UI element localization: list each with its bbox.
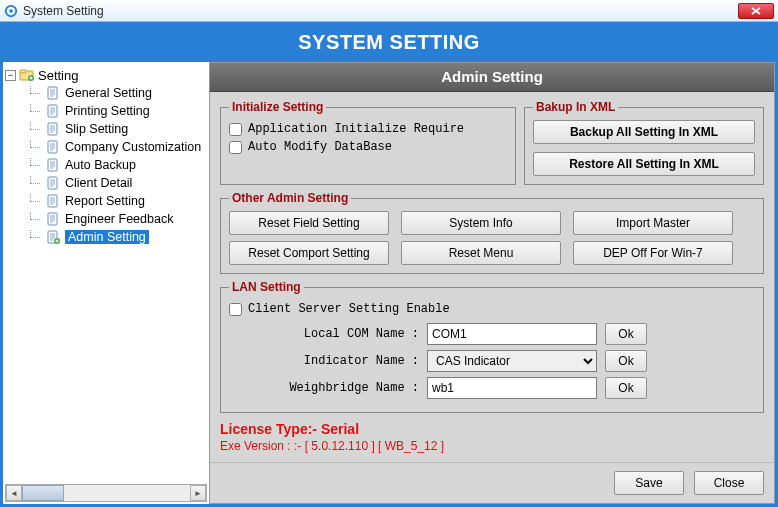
document-icon — [45, 157, 61, 173]
document-icon — [45, 229, 61, 245]
weighbridge-ok-button[interactable]: Ok — [605, 377, 647, 399]
svg-rect-5 — [48, 87, 57, 99]
tree-item-engineer-feedback[interactable]: Engineer Feedback — [23, 210, 207, 228]
svg-point-1 — [9, 9, 13, 13]
initialize-setting-fieldset: Initialize Setting Application Initializ… — [220, 100, 516, 185]
app-init-require-label: Application Initialize Require — [248, 122, 464, 136]
tree-connector-icon — [25, 140, 41, 154]
tree-connector-icon — [25, 212, 41, 226]
restore-all-xml-button[interactable]: Restore All Setting In XML — [533, 152, 755, 176]
tree-item-general-setting[interactable]: General Setting — [23, 84, 207, 102]
svg-rect-12 — [48, 213, 57, 225]
tree-item-label: Auto Backup — [65, 158, 136, 172]
document-icon — [45, 175, 61, 191]
tree-connector-icon — [25, 122, 41, 136]
sidebar-h-scrollbar[interactable]: ◄ ► — [5, 484, 207, 502]
tree-root-setting[interactable]: − Setting — [5, 66, 207, 84]
tree-item-label: Printing Setting — [65, 104, 150, 118]
tree-item-company-customization[interactable]: Company Customization — [23, 138, 207, 156]
local-com-input[interactable] — [427, 323, 597, 345]
tree-item-report-setting[interactable]: Report Setting — [23, 192, 207, 210]
lan-legend: LAN Setting — [229, 280, 304, 294]
lan-setting-fieldset: LAN Setting Client Server Setting Enable… — [220, 280, 764, 413]
reset-field-setting-button[interactable]: Reset Field Setting — [229, 211, 389, 235]
window-title: System Setting — [23, 4, 738, 18]
tree-root-label: Setting — [38, 68, 78, 83]
scroll-right-arrow[interactable]: ► — [190, 485, 206, 501]
sidebar: − Setting General SettingPrinting Settin… — [3, 62, 209, 504]
backup-legend: Bakup In XML — [533, 100, 618, 114]
collapse-icon[interactable]: − — [5, 70, 16, 81]
svg-rect-6 — [48, 105, 57, 117]
exe-version-text: Exe Version : :- [ 5.0.12.110 ] [ WB_5_1… — [220, 439, 764, 453]
scroll-track[interactable] — [22, 485, 190, 501]
svg-rect-11 — [48, 195, 57, 207]
scroll-thumb[interactable] — [22, 485, 64, 501]
weighbridge-label: Weighbridge Name : — [229, 381, 419, 395]
scroll-left-arrow[interactable]: ◄ — [6, 485, 22, 501]
dep-off-win7-button[interactable]: DEP Off For Win-7 — [573, 241, 733, 265]
auto-modify-db-checkbox[interactable] — [229, 141, 242, 154]
reset-comport-setting-button[interactable]: Reset Comport Setting — [229, 241, 389, 265]
save-button[interactable]: Save — [614, 471, 684, 495]
svg-rect-8 — [48, 141, 57, 153]
tree-connector-icon — [25, 230, 41, 244]
document-icon — [45, 85, 61, 101]
tree-connector-icon — [25, 176, 41, 190]
local-com-label: Local COM Name : — [229, 327, 419, 341]
tree-item-label: Slip Setting — [65, 122, 128, 136]
content-panel: Admin Setting Initialize Setting Applica… — [209, 62, 775, 504]
close-button[interactable]: Close — [694, 471, 764, 495]
tree-item-auto-backup[interactable]: Auto Backup — [23, 156, 207, 174]
svg-rect-9 — [48, 159, 57, 171]
auto-modify-db-checkbox-row[interactable]: Auto Modify DataBase — [229, 138, 507, 156]
import-master-button[interactable]: Import Master — [573, 211, 733, 235]
client-server-enable-checkbox[interactable] — [229, 303, 242, 316]
local-com-ok-button[interactable]: Ok — [605, 323, 647, 345]
footer-bar: Save Close — [210, 462, 774, 503]
tree-item-label: Report Setting — [65, 194, 145, 208]
document-icon — [45, 139, 61, 155]
other-admin-legend: Other Admin Setting — [229, 191, 351, 205]
document-icon — [45, 193, 61, 209]
tree-connector-icon — [25, 158, 41, 172]
document-icon — [45, 121, 61, 137]
panel-title: Admin Setting — [210, 63, 774, 92]
client-server-enable-label: Client Server Setting Enable — [248, 302, 450, 316]
backup-xml-fieldset: Bakup In XML Backup All Setting In XML R… — [524, 100, 764, 185]
svg-rect-10 — [48, 177, 57, 189]
tree-item-printing-setting[interactable]: Printing Setting — [23, 102, 207, 120]
backup-all-xml-button[interactable]: Backup All Setting In XML — [533, 120, 755, 144]
indicator-select[interactable]: CAS Indicator — [427, 350, 597, 372]
tree-connector-icon — [25, 194, 41, 208]
app-init-require-checkbox[interactable] — [229, 123, 242, 136]
client-server-enable-row[interactable]: Client Server Setting Enable — [229, 300, 755, 318]
title-bar: System Setting — [0, 0, 778, 22]
auto-modify-db-label: Auto Modify DataBase — [248, 140, 392, 154]
tree-item-client-detail[interactable]: Client Detail — [23, 174, 207, 192]
tree-item-slip-setting[interactable]: Slip Setting — [23, 120, 207, 138]
app-init-require-checkbox-row[interactable]: Application Initialize Require — [229, 120, 507, 138]
tree-item-admin-setting[interactable]: Admin Setting — [23, 228, 207, 246]
tree-item-label: Client Detail — [65, 176, 132, 190]
initialize-legend: Initialize Setting — [229, 100, 326, 114]
indicator-label: Indicator Name : — [229, 354, 419, 368]
window-close-button[interactable] — [738, 3, 774, 19]
folder-icon — [19, 67, 35, 83]
tree-connector-icon — [25, 86, 41, 100]
svg-rect-3 — [20, 70, 26, 73]
document-icon — [45, 103, 61, 119]
license-type-text: License Type:- Serial — [220, 421, 764, 437]
weighbridge-input[interactable] — [427, 377, 597, 399]
document-icon — [45, 211, 61, 227]
other-admin-fieldset: Other Admin Setting Reset Field Setting … — [220, 191, 764, 274]
nav-tree: − Setting General SettingPrinting Settin… — [3, 62, 209, 482]
reset-menu-button[interactable]: Reset Menu — [401, 241, 561, 265]
app-icon — [4, 4, 18, 18]
svg-rect-7 — [48, 123, 57, 135]
indicator-ok-button[interactable]: Ok — [605, 350, 647, 372]
tree-connector-icon — [25, 104, 41, 118]
tree-item-label: Engineer Feedback — [65, 212, 173, 226]
system-info-button[interactable]: System Info — [401, 211, 561, 235]
tree-item-label: Company Customization — [65, 140, 201, 154]
